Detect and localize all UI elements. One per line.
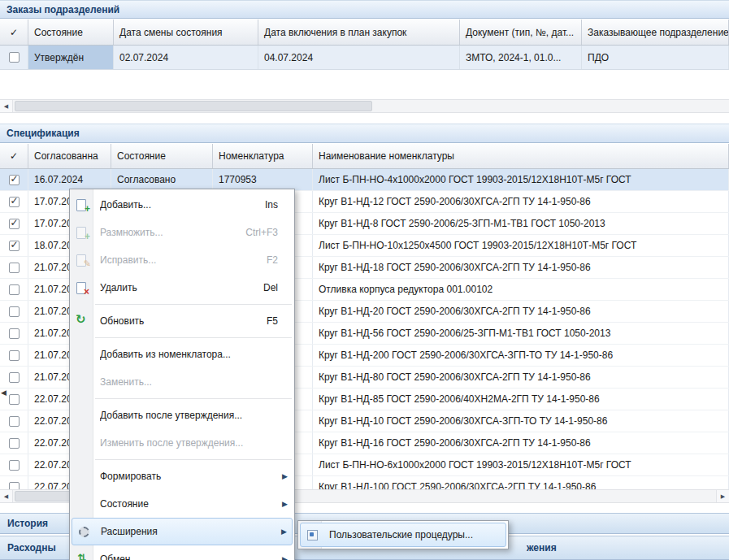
scroll-thumb[interactable] — [15, 101, 372, 111]
spec-row-name: Круг В1-НД-18 ГОСТ 2590-2006/30ХГСА-2ГП … — [313, 257, 729, 278]
menu-item-shortcut: F5 — [267, 315, 278, 327]
spec-row-name: Круг В1-НД-200 ГОСТ 2590-2006/30ХГСА-ЗГП… — [313, 345, 729, 366]
menu-item-label: Добавить из номенклатора... — [100, 349, 268, 360]
spec-row-check-cell — [0, 345, 28, 366]
spec-row-check-cell — [0, 235, 28, 256]
menu-item: Размножить... Ctrl+F3 — [70, 219, 294, 246]
row-checkbox[interactable] — [9, 175, 20, 185]
spec-row-check-cell — [0, 323, 28, 344]
row-checkbox[interactable] — [9, 416, 20, 427]
submenu-arrow-icon — [278, 555, 288, 560]
spec-row-name: Круг В1-НД-56 ГОСТ 2590-2006/25-ЗГП-М1-Т… — [313, 323, 729, 344]
orders-row-state-change-date: 02.07.2024 — [114, 46, 258, 69]
orders-row-plan-date: 04.07.2024 — [258, 46, 460, 69]
spec-row-check-cell — [0, 432, 28, 454]
row-checkbox[interactable] — [9, 263, 20, 273]
orders-row-check-cell — [0, 46, 28, 69]
menu-item[interactable]: Состояние — [70, 490, 294, 518]
menu-item-label: Обмен — [100, 553, 268, 560]
row-checkbox[interactable] — [9, 219, 20, 229]
spec-row-check-cell — [0, 191, 28, 212]
menu-item[interactable]: Добавить после утверждения... — [70, 402, 294, 429]
spec-col-nomenclature[interactable]: Номенклатура — [213, 144, 313, 168]
menu-item[interactable]: Обмен — [70, 545, 294, 560]
spec-row-state: Согласовано — [111, 169, 213, 190]
orders-hscrollbar[interactable] — [0, 99, 729, 113]
menu-item-shortcut: F2 — [267, 254, 278, 266]
menu-item[interactable]: Добавить из номенклатора... — [70, 341, 294, 368]
spec-row-check-cell — [0, 367, 28, 388]
menu-item: Изменить после утверждения... — [70, 429, 294, 457]
spec-row[interactable]: 16.07.2024 Согласовано 1770953 Лист Б-ПН… — [0, 169, 729, 191]
row-checkbox[interactable] — [9, 438, 20, 449]
row-checkbox[interactable] — [9, 197, 20, 207]
spec-row-check-cell — [0, 257, 28, 278]
menu-separator — [95, 337, 292, 338]
add-doc-icon — [74, 198, 89, 211]
spec-row-name: Лист Б-ПН-НО-10х1250х4500 ГОСТ 19903-201… — [313, 235, 729, 256]
menu-item: Заменить... — [70, 368, 294, 396]
row-checkbox[interactable] — [9, 241, 20, 251]
row-checkbox[interactable] — [9, 306, 20, 317]
scroll-left-icon[interactable] — [0, 100, 13, 112]
menu-icon — [74, 348, 89, 361]
refresh-icon — [74, 315, 89, 328]
menu-item-shortcut: Del — [263, 282, 278, 293]
menu-item[interactable]: Добавить... Ins — [70, 191, 294, 219]
spec-col-state[interactable]: Состояние — [111, 144, 213, 168]
orders-col-plan-date[interactable]: Дата включения в план закупок — [258, 20, 460, 45]
collapse-left-icon[interactable] — [1, 389, 7, 397]
orders-col-department[interactable]: Заказывающее подразделение — [582, 20, 729, 45]
menu-item[interactable]: Обновить F5 — [70, 307, 294, 335]
submenu-arrow-icon — [278, 472, 288, 480]
submenu-item[interactable]: Пользовательские процедуры... — [300, 523, 506, 547]
row-checkbox[interactable] — [9, 372, 20, 383]
orders-col-document[interactable]: Документ (тип, №, дат... — [460, 20, 582, 45]
menu-item[interactable]: Формировать — [70, 462, 294, 490]
menu-item-label: Формировать — [100, 471, 268, 482]
menu-item-label: Обновить — [100, 315, 257, 327]
spec-row-name: Отливка корпуса редуктора 001.00102 — [313, 279, 729, 300]
menu-icon — [74, 497, 89, 510]
spec-table-header: ✓ Согласованна Состояние Номенклатура На… — [0, 144, 729, 169]
orders-col-state-change-date[interactable]: Дата смены состояния — [114, 20, 258, 45]
row-checkbox[interactable] — [9, 284, 20, 295]
spec-select-all-header[interactable]: ✓ — [0, 144, 28, 168]
row-checkbox[interactable] — [9, 394, 20, 405]
orders-table-header: ✓ Состояние Дата смены состояния Дата вк… — [0, 20, 729, 46]
spec-col-agreed-date[interactable]: Согласованна — [28, 144, 111, 168]
menu-item: Исправить... F2 — [70, 246, 294, 274]
menu-item[interactable]: Расширения — [72, 518, 293, 545]
menu-item-label: Заменить... — [100, 376, 268, 388]
menu-item-shortcut: Ins — [265, 199, 278, 211]
menu-item-shortcut: Ctrl+F3 — [245, 227, 278, 238]
orders-panel-title: Заказы подразделений — [7, 4, 119, 15]
menu-item-label: Размножить... — [100, 227, 236, 238]
spec-col-nomenclature-name[interactable]: Наименование номенклатуры — [313, 144, 729, 168]
orders-row-department: ПДО — [582, 46, 729, 69]
history-panel-title: История — [7, 518, 48, 529]
row-checkbox[interactable] — [9, 350, 20, 361]
row-checkbox[interactable] — [9, 52, 20, 63]
row-checkbox[interactable] — [9, 460, 20, 471]
orders-row-state: Утверждён — [28, 46, 114, 69]
spec-row-check-cell — [0, 454, 28, 475]
submenu-arrow-icon — [278, 500, 288, 508]
row-checkbox[interactable] — [9, 328, 20, 339]
menu-icon — [74, 409, 89, 422]
menu-item-label: Расширения — [101, 526, 267, 537]
menu-item-label: Удалить — [100, 282, 254, 293]
spec-row-check-cell — [0, 213, 28, 234]
submenu-item-label: Пользовательские процедуры... — [329, 529, 481, 540]
spec-row-name: Лист Б-ПН-НО-4х1000х2000 ГОСТ 19903-2015… — [313, 169, 729, 190]
orders-col-state[interactable]: Состояние — [28, 20, 114, 45]
edit-doc-icon — [74, 254, 89, 267]
orders-panel-header: Заказы подразделений — [0, 0, 729, 19]
orders-row[interactable]: Утверждён 02.07.2024 04.07.2024 ЗМТО, 20… — [0, 46, 729, 70]
procedure-icon — [305, 528, 319, 541]
scroll-right-icon[interactable] — [716, 490, 729, 502]
menu-item[interactable]: Удалить Del — [70, 274, 294, 302]
second-panel-title-fragment: Расходны — [7, 542, 56, 553]
orders-select-all-header[interactable]: ✓ — [0, 20, 28, 45]
scroll-left-icon[interactable] — [0, 490, 13, 502]
